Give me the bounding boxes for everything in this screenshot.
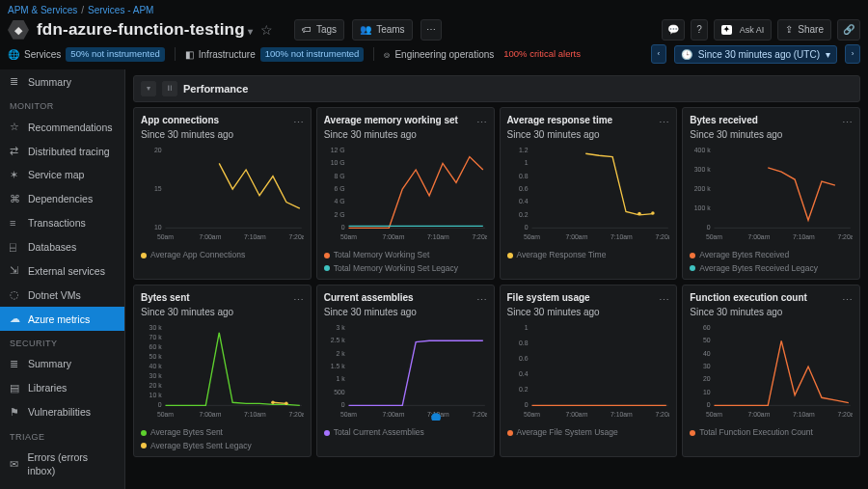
- crumb-root[interactable]: APM & Services: [8, 4, 77, 17]
- sidebar-item-dependencies[interactable]: ⌘Dependencies: [0, 187, 124, 211]
- svg-text:7:00am: 7:00am: [748, 411, 771, 418]
- svg-point-32: [637, 212, 641, 216]
- databases-icon: ⌸: [10, 240, 21, 255]
- permalink-icon[interactable]: 🔗: [837, 19, 860, 41]
- svg-text:50am: 50am: [157, 411, 174, 418]
- card-menu-button[interactable]: ⋯: [659, 116, 670, 130]
- svg-text:0: 0: [524, 225, 528, 231]
- legend-item: Average File System Usage: [507, 427, 618, 438]
- sidebar-section-header: SECURITY: [0, 331, 124, 352]
- share-button[interactable]: ⇪ Share: [777, 19, 831, 41]
- card-subtitle: Since 30 minutes ago: [507, 306, 670, 319]
- teams-button[interactable]: 👥 Teams: [352, 19, 412, 41]
- chart-fs: 10.80.60.40.2050am7:00am7:10am7:20am: [507, 322, 670, 421]
- svg-text:1 k: 1 k: [336, 376, 345, 383]
- tags-button[interactable]: 🏷 Tags: [294, 19, 344, 41]
- svg-text:200 k: 200 k: [694, 185, 711, 192]
- svg-text:0: 0: [158, 402, 162, 409]
- legend-item: Total Memory Working Set Legacy: [324, 263, 487, 274]
- time-next-button[interactable]: ›: [845, 44, 860, 64]
- card-menu-button[interactable]: ⋯: [293, 116, 305, 130]
- svg-text:0: 0: [341, 402, 345, 409]
- svg-text:2.5 k: 2.5 k: [330, 337, 344, 343]
- card-menu-button[interactable]: ⋯: [659, 293, 670, 308]
- legend-item: Average Bytes Sent: [141, 427, 304, 438]
- sidebar-item-recommendations[interactable]: ☆Recommendations: [0, 115, 124, 139]
- sidebar-item-databases[interactable]: ⌸Databases: [0, 235, 124, 259]
- sidebar-item-distributed-tracing[interactable]: ⇄Distributed tracing: [0, 139, 124, 163]
- recommendations-icon: ☆: [10, 120, 21, 134]
- sidebar-item-logs[interactable]: ▤Logs: [0, 482, 124, 489]
- ask-ai-button[interactable]: ✦Ask AI: [714, 19, 773, 41]
- svg-text:0.4: 0.4: [519, 370, 529, 377]
- card-title: Function execution count: [690, 291, 853, 305]
- card-title: Bytes sent: [141, 291, 304, 305]
- crumb-leaf[interactable]: Services - APM: [88, 4, 153, 17]
- legend-item: Total Current Assemblies: [324, 427, 424, 438]
- svg-text:50am: 50am: [340, 411, 357, 418]
- svg-text:7:10am: 7:10am: [610, 234, 632, 241]
- collapse-button[interactable]: ▾: [141, 81, 156, 96]
- section-header: ▾ ⫼ Performance: [133, 75, 860, 102]
- svg-text:7:00am: 7:00am: [565, 234, 587, 241]
- time-prev-button[interactable]: ‹: [651, 44, 666, 64]
- svg-text:1: 1: [524, 324, 528, 331]
- card-menu-button[interactable]: ⋯: [476, 116, 488, 130]
- sidebar-item-external-services[interactable]: ⇲External services: [0, 258, 124, 283]
- legend-item: Total Function Execution Count: [690, 427, 813, 438]
- svg-text:50am: 50am: [706, 411, 722, 418]
- sidebar-item-summary[interactable]: ≣Summary: [0, 352, 124, 376]
- card-menu-button[interactable]: ⋯: [476, 293, 488, 308]
- sidebar-item-azure-metrics[interactable]: ☁Azure metrics: [0, 307, 124, 331]
- sidebar-item-vulnerabilities[interactable]: ⚑Vulnerabilities: [0, 400, 124, 424]
- time-picker[interactable]: 🕒 Since 30 minutes ago (UTC) ▾: [674, 45, 837, 65]
- services-status[interactable]: 🌐 Services 50% not instrumented: [8, 47, 165, 62]
- feedback-icon[interactable]: 💬: [662, 19, 685, 41]
- svg-text:1.5 k: 1.5 k: [330, 363, 344, 369]
- card-asm: ⋯ Current assemblies Since 30 minutes ag…: [316, 285, 495, 457]
- svg-text:7:00am: 7:00am: [565, 411, 587, 418]
- svg-text:100 k: 100 k: [694, 205, 711, 212]
- sidebar-item-dotnet-vms[interactable]: ◌Dotnet VMs: [0, 283, 124, 307]
- more-button[interactable]: ⋯: [420, 19, 442, 41]
- legend-item: Total Memory Working Set: [324, 250, 487, 260]
- sidebar-item-transactions[interactable]: ≡Transactions: [0, 211, 124, 235]
- engops-status[interactable]: ⌾ Engineering operations 100% critical a…: [384, 47, 585, 62]
- svg-text:10 k: 10 k: [149, 392, 163, 398]
- svg-text:3 k: 3 k: [336, 324, 345, 331]
- svg-text:0: 0: [341, 225, 345, 231]
- favorite-star-icon[interactable]: ☆: [260, 21, 273, 40]
- sidebar-item-errors-errors-inbox-[interactable]: ✉Errors (errors inbox): [0, 446, 124, 482]
- help-icon[interactable]: ?: [691, 19, 708, 41]
- legend: Total Current Assemblies: [324, 427, 487, 438]
- card-menu-button[interactable]: ⋯: [293, 293, 305, 308]
- infra-status[interactable]: ◧ Infrastructure 100% not instrumented: [185, 47, 365, 62]
- svg-text:12 G: 12 G: [330, 147, 344, 153]
- card-menu-button[interactable]: ⋯: [842, 116, 854, 130]
- svg-text:40: 40: [703, 350, 711, 357]
- transactions-icon: ≡: [10, 216, 21, 231]
- svg-text:50am: 50am: [706, 234, 722, 241]
- card-subtitle: Since 30 minutes ago: [507, 128, 670, 142]
- svg-text:7:20am: 7:20am: [472, 411, 486, 418]
- svg-text:50: 50: [703, 337, 711, 343]
- svg-text:7:00am: 7:00am: [382, 411, 404, 418]
- sidebar-item-libraries[interactable]: ▤Libraries: [0, 376, 124, 400]
- card-subtitle: Since 30 minutes ago: [690, 128, 853, 142]
- chart-type-icon[interactable]: ⫼: [162, 81, 177, 96]
- page-title[interactable]: fdn-azure-function-testing: [37, 19, 253, 41]
- card-subtitle: Since 30 minutes ago: [324, 128, 487, 142]
- card-fs: ⋯ File system usage Since 30 minutes ago…: [500, 285, 678, 457]
- summary-icon: ≣: [10, 74, 21, 89]
- card-menu-button[interactable]: ⋯: [842, 293, 854, 308]
- svg-text:1: 1: [524, 160, 528, 167]
- sidebar-item-summary[interactable]: ≣Summary: [0, 69, 124, 94]
- distributed-tracing-icon: ⇄: [10, 144, 21, 158]
- svg-text:7:00am: 7:00am: [200, 234, 222, 241]
- summary-icon: ≣: [10, 357, 21, 371]
- svg-text:50am: 50am: [157, 234, 174, 241]
- svg-text:6 G: 6 G: [334, 185, 344, 192]
- sidebar-item-service-map[interactable]: ✶Service map: [0, 163, 124, 187]
- errors-errors-inbox--icon: ✉: [10, 457, 21, 472]
- svg-text:0: 0: [524, 402, 528, 409]
